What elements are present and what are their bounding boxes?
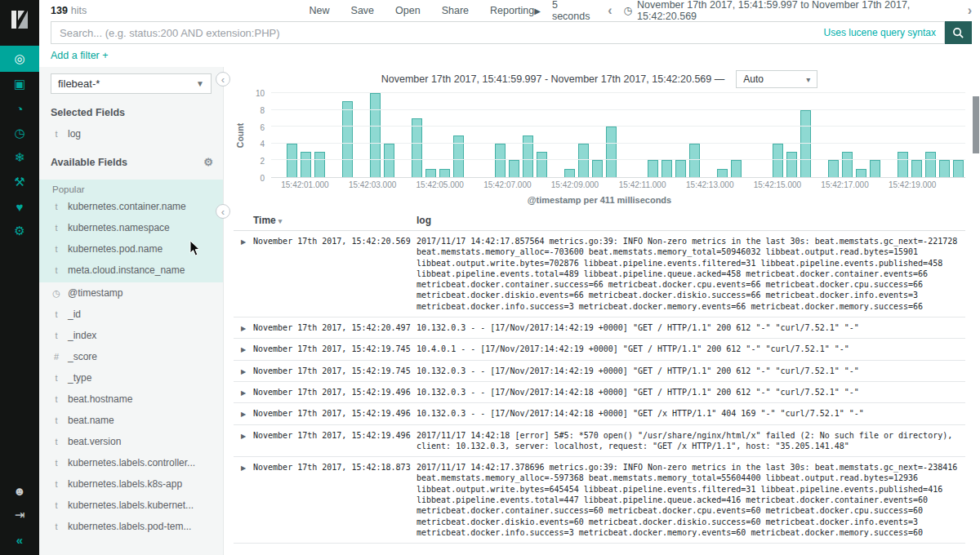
nav-share-button[interactable]: Share (442, 5, 469, 16)
field-item[interactable]: tkubernetes.labels.kubernet... (39, 495, 223, 516)
histogram-bar[interactable] (384, 144, 394, 177)
field-item[interactable]: tkubernetes.labels.pod-tem... (39, 516, 223, 537)
vertical-scrollbar-thumb[interactable] (973, 96, 979, 153)
field-item[interactable]: tbeat.name (39, 410, 223, 431)
field-item[interactable]: tkubernetes.container.name (39, 196, 223, 217)
expand-row-icon[interactable]: ▶ (234, 462, 253, 538)
time-back-icon[interactable]: ‹ (608, 4, 612, 17)
histogram-bar[interactable] (731, 160, 742, 177)
histogram-bar[interactable] (425, 169, 436, 177)
histogram-bar[interactable] (537, 152, 547, 177)
histogram-bar[interactable] (495, 144, 506, 177)
sidebar-visualize-icon[interactable]: ▣ (0, 72, 39, 96)
histogram-bar[interactable] (828, 160, 839, 177)
nav-reporting-button[interactable]: Reporting (490, 5, 534, 16)
collapse-fields-panel-button[interactable]: ‹ (216, 72, 230, 87)
histogram-bar[interactable] (662, 160, 672, 177)
histogram-bar[interactable] (786, 152, 797, 177)
sidebar-collapse-nav-icon[interactable]: « (0, 527, 39, 552)
histogram-bar[interactable] (412, 118, 422, 177)
log-column-header[interactable]: log (416, 215, 965, 226)
expand-row-icon[interactable]: ▶ (234, 344, 253, 354)
collapse-histogram-button[interactable]: ‹ (216, 204, 230, 219)
histogram-bar[interactable] (773, 144, 783, 177)
histogram-bar[interactable] (953, 160, 964, 177)
field-item[interactable]: t_id (39, 304, 223, 325)
histogram-bar[interactable] (287, 144, 297, 177)
histogram-bar[interactable] (870, 160, 880, 177)
expand-row-icon[interactable]: ▶ (234, 430, 253, 452)
field-item[interactable]: tkubernetes.labels.k8s-app (39, 473, 223, 495)
field-item[interactable]: tkubernetes.namespace (39, 217, 223, 238)
histogram-bar[interactable] (675, 160, 686, 177)
lucene-syntax-link[interactable]: Uses lucene query syntax (824, 27, 936, 38)
refresh-interval-button[interactable]: 5 seconds (552, 0, 596, 22)
histogram-bar[interactable] (370, 93, 381, 177)
field-item[interactable]: tmeta.cloud.instance_name (39, 260, 223, 281)
add-filter-button[interactable]: Add a filter + (51, 50, 109, 61)
histogram-bar[interactable] (314, 152, 325, 177)
histogram-bar[interactable] (439, 169, 450, 177)
field-item[interactable]: tbeat.hostname (39, 388, 223, 410)
time-forward-icon[interactable]: › (968, 4, 972, 17)
sidebar-monitoring-icon[interactable]: ♥ (0, 194, 39, 219)
sidebar-machine-learning-icon[interactable]: ❄ (0, 145, 39, 170)
row-log-cell: 10.132.0.3 - - [17/Nov/2017:14:42:19 +00… (416, 366, 965, 376)
row-log-cell: 2017/11/17 14:42:18 [error] 5#5: *570 op… (416, 430, 965, 452)
histogram-bar[interactable] (342, 101, 353, 177)
nav-save-button[interactable]: Save (351, 5, 375, 16)
play-refresh-icon[interactable]: ▶ (534, 7, 541, 16)
histogram-bar[interactable] (592, 160, 603, 177)
histogram-bar[interactable] (689, 144, 700, 177)
histogram-slot (868, 93, 882, 177)
histogram-bar[interactable] (717, 169, 728, 177)
histogram-bar[interactable] (564, 169, 575, 177)
histogram-bar[interactable] (578, 144, 589, 177)
search-button[interactable] (945, 21, 972, 44)
expand-row-icon[interactable]: ▶ (234, 408, 253, 419)
sidebar-timelion-icon[interactable]: ◷ (0, 121, 39, 145)
field-item[interactable]: tkubernetes.pod.name (39, 238, 223, 260)
histogram-bar[interactable] (911, 160, 922, 177)
sidebar-discover-icon[interactable]: ◎ (0, 46, 39, 72)
nav-open-button[interactable]: Open (395, 5, 421, 16)
field-item[interactable]: tlog (39, 123, 223, 144)
histogram-bar[interactable] (842, 152, 853, 177)
field-type-badge: t (52, 265, 60, 275)
histogram-bar[interactable] (898, 152, 908, 177)
expand-row-icon[interactable]: ▶ (234, 236, 253, 312)
sidebar-logout-icon[interactable]: ⇥ (0, 503, 39, 527)
index-pattern-select[interactable]: filebeat-* ▼ (51, 73, 212, 94)
histogram-bar[interactable] (509, 160, 519, 177)
field-item[interactable]: #_score (39, 346, 223, 367)
time-column-header[interactable]: Time▾ (253, 215, 416, 226)
sidebar-account-icon[interactable]: ☻ (0, 478, 39, 503)
time-range-button[interactable]: ◷ November 17th 2017, 15:41:59.997 to No… (624, 0, 956, 22)
field-item[interactable]: tkubernetes.labels.controller... (39, 452, 223, 473)
sidebar-dev-tools-icon[interactable]: ⚒ (0, 170, 39, 194)
histogram-bar[interactable] (301, 152, 311, 177)
field-item[interactable]: ◷@timestamp (39, 282, 223, 304)
histogram-bar[interactable] (523, 135, 533, 178)
histogram-bar[interactable] (856, 169, 866, 177)
field-item[interactable]: t_index (39, 325, 223, 346)
sidebar-management-icon[interactable]: ⚙ (0, 219, 39, 243)
expand-row-icon[interactable]: ▶ (234, 387, 253, 397)
histogram-bar[interactable] (939, 160, 950, 177)
expand-row-icon[interactable]: ▶ (234, 366, 253, 376)
interval-select[interactable]: Auto ▾ (736, 70, 817, 88)
expand-row-icon[interactable]: ▶ (234, 322, 253, 333)
search-input[interactable] (51, 27, 944, 39)
field-item[interactable]: tbeat.version (39, 431, 223, 452)
histogram-bar[interactable] (606, 127, 617, 177)
nav-new-button[interactable]: New (310, 5, 330, 16)
row-time-cell: November 17th 2017, 15:42:19.496 (253, 387, 416, 397)
fields-settings-gear-icon[interactable]: ⚙ (203, 156, 213, 168)
histogram-bar[interactable] (648, 160, 658, 177)
histogram-slot (938, 93, 951, 177)
histogram-bar[interactable] (453, 135, 464, 178)
sidebar-dashboard-icon[interactable]: ◔ (0, 96, 39, 121)
kibana-logo[interactable] (0, 0, 39, 39)
field-item[interactable]: t_type (39, 367, 223, 388)
histogram-bar[interactable] (925, 152, 936, 177)
